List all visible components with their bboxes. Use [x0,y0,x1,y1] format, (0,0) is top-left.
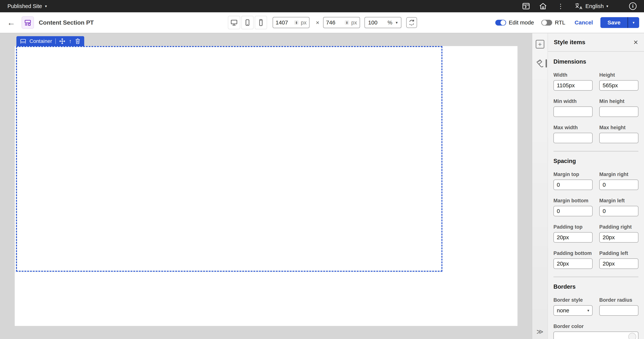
collapse-panel-button[interactable]: ≫ [536,328,544,336]
height-input[interactable] [599,80,638,91]
borders-section-header: Borders [554,283,638,290]
rtl-toggle[interactable] [541,20,552,26]
margin-left-input[interactable] [599,206,638,216]
add-item-button[interactable]: + [536,40,544,49]
max-width-input[interactable] [554,133,592,143]
home-icon[interactable] [539,3,547,10]
panel-header: Style items × [548,33,644,52]
field-margin-bottom: Margin bottom [554,198,592,216]
field-padding-right: Padding right [599,224,638,243]
chevron-down-icon: ▾ [606,4,608,9]
field-label: Max width [554,125,592,131]
desktop-view-button[interactable] [228,16,240,29]
field-border-radius: Border radius [599,297,638,316]
paintbrush-icon [536,59,544,68]
field-label: Max height [599,125,638,131]
topbar-actions: ⋮ A English ▾ i [522,3,636,10]
edit-mode-toggle[interactable] [495,20,506,26]
section-divider [554,151,638,151]
trash-icon[interactable] [75,38,80,44]
padding-top-input[interactable] [554,232,592,243]
field-height: Height [599,72,638,91]
field-label: Padding right [599,224,638,230]
editor-canvas[interactable]: Container ↑ [0,33,532,339]
spacing-fields: Margin topMargin rightMargin bottomMargi… [554,172,638,269]
field-label: Min height [599,99,638,104]
top-app-bar: Published Site ▾ ⋮ A English ▾ i [0,0,644,12]
kebab-menu-icon[interactable]: ⋮ [556,3,565,9]
border-style-value: none [557,307,569,314]
margin-bottom-input[interactable] [554,206,592,216]
dimensions-fields: WidthHeightMin widthMin heightMax widthM… [554,72,638,143]
page-builder-app: Published Site ▾ ⋮ A English ▾ i ← [0,0,644,339]
field-label: Padding left [599,250,638,256]
style-tab-button[interactable] [532,58,548,69]
field-min-height: Min height [599,99,638,117]
published-site-menu[interactable]: Published Site ▾ [8,3,47,9]
zoom-value: 100 [368,20,388,26]
max-height-input[interactable] [599,133,638,143]
width-input[interactable] [554,80,592,91]
border-style-select[interactable]: none ▾ [554,305,592,316]
cancel-button[interactable]: Cancel [575,20,593,26]
field-min-width: Min width [554,99,592,117]
margin-top-input[interactable] [554,180,592,190]
viewport-width-value[interactable]: 1407 [276,20,294,26]
field-label: Margin bottom [554,198,592,204]
border-radius-input[interactable] [599,305,638,316]
close-icon[interactable]: × [634,39,638,46]
width-stepper[interactable]: ▲ ▼ [294,20,298,25]
field-label: Border radius [599,297,638,303]
save-button[interactable]: Save [600,17,628,28]
tablet-view-button[interactable] [241,16,254,29]
selected-container-outline[interactable] [16,46,442,272]
spacing-section-header: Spacing [554,158,638,164]
border-color-input[interactable] [554,331,638,339]
info-icon[interactable]: i [629,3,636,10]
height-unit-label: px [351,20,357,26]
edit-mode-label: Edit mode [509,20,534,26]
field-label: Margin left [599,198,638,204]
published-site-label: Published Site [8,3,42,9]
field-max-width: Max width [554,125,592,143]
field-width: Width [554,72,592,91]
borders-fields: Border style none ▾ Border radius [554,297,638,316]
margin-right-input[interactable] [599,180,638,190]
fit-to-screen-button[interactable] [406,17,417,28]
panel-body: Dimensions WidthHeightMin widthMin heigh… [548,52,644,339]
padding-bottom-input[interactable] [554,258,592,269]
translate-icon: A [575,3,583,10]
min-width-input[interactable] [554,107,592,117]
height-stepper[interactable]: ▲ ▼ [345,20,349,25]
width-unit-label: px [301,20,306,26]
field-margin-right: Margin right [599,172,638,190]
open-site-browser-icon[interactable] [522,3,530,9]
padding-left-input[interactable] [599,258,638,269]
viewport-height-field[interactable]: 746 ▲ ▼ px [323,17,360,28]
move-icon[interactable] [59,38,66,44]
field-label: Padding top [554,224,592,230]
field-label: Min width [554,99,592,104]
save-options-button[interactable]: ▾ [628,17,639,28]
rtl-toggle-group[interactable]: RTL [541,20,565,26]
select-parent-icon[interactable]: ↑ [69,38,72,44]
container-selection-chip[interactable]: Container ↑ [16,36,84,46]
step-down-icon[interactable]: ▼ [295,23,298,24]
field-margin-left: Margin left [599,198,638,216]
mobile-view-button[interactable] [255,16,267,29]
svg-text:A: A [579,6,582,10]
viewport-width-field[interactable]: 1407 ▲ ▼ px [272,17,310,28]
viewport-height-value[interactable]: 746 [326,20,345,26]
zoom-select[interactable]: 100 % ▾ [364,17,402,28]
content-section-icon [22,17,34,29]
language-selector[interactable]: A English ▾ [575,3,608,10]
back-button[interactable]: ← [6,18,17,27]
step-down-icon[interactable]: ▼ [346,23,348,24]
padding-right-input[interactable] [599,232,638,243]
field-margin-top: Margin top [554,172,592,190]
field-max-height: Max height [599,125,638,143]
min-height-input[interactable] [599,107,638,117]
edit-mode-toggle-group[interactable]: Edit mode [495,20,534,26]
chevron-down-icon: ▾ [633,20,634,25]
toolbar-right: Edit mode RTL Cancel Save ▾ [495,12,639,33]
